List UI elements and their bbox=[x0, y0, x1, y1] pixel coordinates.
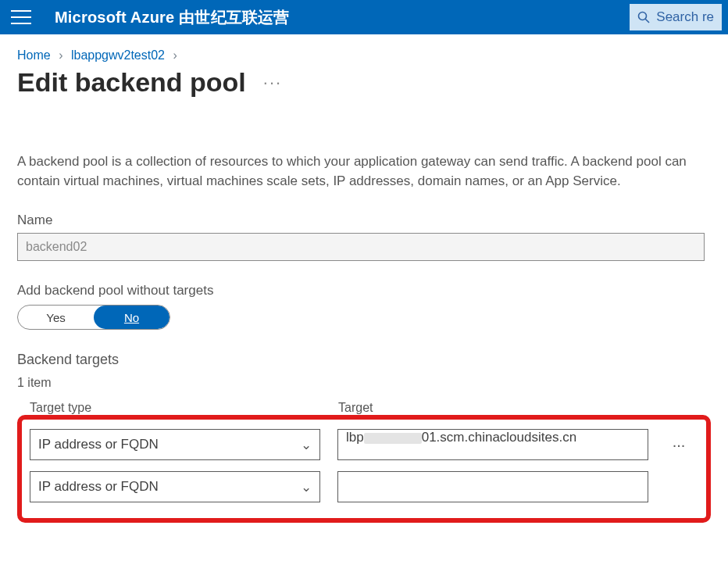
col-header-type: Target type bbox=[30, 401, 338, 415]
without-targets-label: Add backend pool without targets bbox=[17, 283, 711, 298]
page-title: Edit backend pool bbox=[17, 67, 246, 98]
target-value-input[interactable]: lbp01.scm.chinacloudsites.cn bbox=[337, 429, 648, 460]
global-search[interactable]: Search re bbox=[630, 4, 722, 30]
toggle-no[interactable]: No bbox=[94, 306, 170, 329]
without-targets-toggle[interactable]: Yes No bbox=[17, 305, 170, 330]
table-row: IP address or FQDN ⌄ bbox=[30, 471, 698, 502]
targets-grid: Target type Target IP address or FQDN ⌄ … bbox=[17, 401, 711, 523]
chevron-down-icon: ⌄ bbox=[301, 437, 312, 453]
backend-targets-count: 1 item bbox=[17, 376, 711, 390]
description-text: A backend pool is a collection of resour… bbox=[17, 152, 705, 191]
chevron-right-icon: › bbox=[173, 48, 177, 62]
table-row: IP address or FQDN ⌄ lbp01.scm.chinaclou… bbox=[30, 429, 698, 460]
name-label: Name bbox=[17, 213, 711, 228]
highlighted-rows: IP address or FQDN ⌄ lbp01.scm.chinaclou… bbox=[17, 415, 711, 523]
search-icon bbox=[637, 11, 650, 23]
redacted-segment bbox=[364, 433, 422, 444]
more-actions-icon[interactable]: ··· bbox=[263, 73, 282, 93]
page-body: Home › lbappgwv2test02 › Edit backend po… bbox=[0, 34, 728, 523]
target-type-value: IP address or FQDN bbox=[38, 437, 159, 452]
target-value-prefix: lbp bbox=[346, 430, 364, 445]
breadcrumb-home[interactable]: Home bbox=[17, 48, 51, 62]
target-type-value: IP address or FQDN bbox=[38, 479, 159, 495]
chevron-down-icon: ⌄ bbox=[301, 479, 312, 495]
azure-topbar: Microsoft Azure 由世纪互联运营 Search re bbox=[0, 0, 728, 34]
name-input[interactable] bbox=[17, 233, 705, 261]
row-more-icon[interactable]: ··· bbox=[666, 436, 692, 454]
search-placeholder: Search re bbox=[656, 9, 714, 25]
svg-line-1 bbox=[645, 19, 649, 23]
breadcrumb: Home › lbappgwv2test02 › bbox=[17, 48, 711, 63]
brand-label: Microsoft Azure 由世纪互联运营 bbox=[55, 7, 290, 28]
target-value-suffix: 01.scm.chinacloudsites.cn bbox=[422, 430, 576, 445]
col-header-target: Target bbox=[338, 401, 674, 415]
target-type-select[interactable]: IP address or FQDN ⌄ bbox=[30, 429, 320, 460]
chevron-right-icon: › bbox=[59, 48, 62, 62]
breadcrumb-item[interactable]: lbappgwv2test02 bbox=[71, 48, 165, 62]
backend-targets-label: Backend targets bbox=[17, 352, 711, 368]
svg-point-0 bbox=[639, 13, 647, 20]
toggle-yes[interactable]: Yes bbox=[18, 306, 94, 329]
target-type-select[interactable]: IP address or FQDN ⌄ bbox=[30, 471, 320, 502]
target-value-input[interactable] bbox=[337, 471, 648, 502]
hamburger-icon[interactable] bbox=[11, 10, 31, 24]
